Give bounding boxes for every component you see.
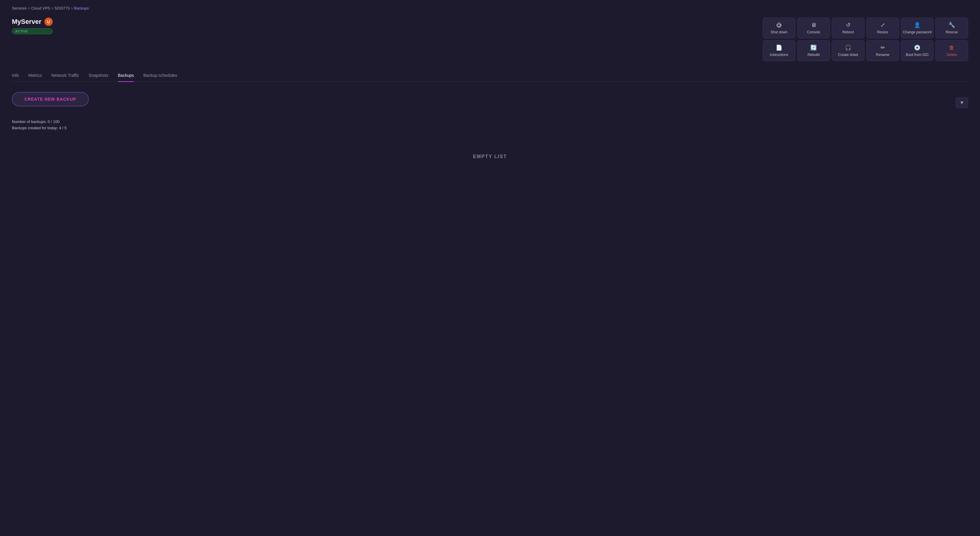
tab-backups[interactable]: Backups bbox=[118, 70, 134, 82]
create-ticket-label: Create ticket bbox=[838, 53, 858, 57]
tab-snapshots[interactable]: Snapshots bbox=[89, 70, 108, 82]
tab-metrics[interactable]: Metrics bbox=[28, 70, 42, 82]
create-ticket-icon: 🎧 bbox=[845, 45, 851, 51]
instructions-label: Instructions bbox=[770, 53, 788, 57]
rename-button[interactable]: ✏ Rename bbox=[866, 40, 899, 61]
backups-count: Number of backups: 0 / 100 bbox=[12, 119, 968, 124]
create-ticket-button[interactable]: 🎧 Create ticket bbox=[832, 40, 864, 61]
top-section: MyServer U ACTIVE ⏻ Shut down 🖥 Console … bbox=[12, 17, 968, 61]
resize-label: Resize bbox=[877, 30, 888, 34]
server-name: MyServer bbox=[12, 18, 41, 25]
rename-icon: ✏ bbox=[881, 45, 885, 51]
server-info: MyServer U ACTIVE bbox=[12, 17, 53, 34]
rebuild-button[interactable]: 🔄 Rebuild bbox=[797, 40, 830, 61]
boot-from-iso-button[interactable]: 💿 Boot from ISO bbox=[901, 40, 934, 61]
console-button[interactable]: 🖥 Console bbox=[797, 17, 830, 38]
stats: Number of backups: 0 / 100 Backups creat… bbox=[12, 119, 968, 130]
delete-button[interactable]: 🗑 Delete bbox=[935, 40, 968, 61]
instructions-icon: 📄 bbox=[776, 45, 782, 51]
tab-network-traffic[interactable]: Network Traffic bbox=[51, 70, 79, 82]
boot-from-iso-icon: 💿 bbox=[914, 45, 920, 51]
rescue-label: Rescue bbox=[946, 30, 958, 34]
breadcrumb-cloud-vps[interactable]: Cloud VPS bbox=[31, 6, 50, 10]
instructions-button[interactable]: 📄 Instructions bbox=[763, 40, 795, 61]
rebuild-label: Rebuild bbox=[808, 53, 820, 57]
console-icon: 🖥 bbox=[811, 22, 816, 28]
tab-info[interactable]: Info bbox=[12, 70, 19, 82]
resize-button[interactable]: ⤢ Resize bbox=[866, 17, 899, 38]
breadcrumb-services[interactable]: Services bbox=[12, 6, 27, 10]
tabs: Info Metrics Network Traffic Snapshots B… bbox=[12, 70, 968, 82]
change-password-label: Change password bbox=[903, 30, 932, 34]
filter-icon: ▼ bbox=[959, 100, 964, 105]
delete-icon: 🗑 bbox=[949, 45, 955, 51]
breadcrumb-current: Backups bbox=[74, 6, 89, 10]
content-area: CREATE NEW BACKUP ▼ Number of backups: 0… bbox=[12, 89, 968, 162]
ubuntu-icon: U bbox=[45, 17, 53, 26]
tab-backup-schedules[interactable]: Backup schedules bbox=[143, 70, 177, 82]
action-buttons: ⏻ Shut down 🖥 Console ↺ Reboot ⤢ Resize … bbox=[763, 17, 968, 61]
change-password-button[interactable]: 👤 Change password bbox=[901, 17, 934, 38]
reboot-label: Reboot bbox=[842, 30, 854, 34]
breadcrumb-server-id[interactable]: 5203773 bbox=[54, 6, 70, 10]
empty-list-label: EMPTY LIST bbox=[12, 154, 968, 159]
change-password-icon: 👤 bbox=[914, 22, 920, 28]
top-row: CREATE NEW BACKUP ▼ bbox=[12, 92, 968, 113]
server-name-row: MyServer U bbox=[12, 17, 53, 26]
shut-down-button[interactable]: ⏻ Shut down bbox=[763, 17, 795, 38]
backups-today: Backups created for today: 4 / 5 bbox=[12, 126, 968, 130]
create-new-backup-button[interactable]: CREATE NEW BACKUP bbox=[12, 92, 89, 106]
boot-from-iso-label: Boot from ISO bbox=[906, 53, 929, 57]
rescue-icon: 🔧 bbox=[948, 22, 955, 28]
breadcrumb: Services > Cloud VPS > 5203773 > Backups bbox=[12, 6, 968, 10]
delete-label: Delete bbox=[947, 53, 957, 57]
console-label: Console bbox=[807, 30, 820, 34]
rename-label: Rename bbox=[876, 53, 889, 57]
page: Services > Cloud VPS > 5203773 > Backups… bbox=[0, 0, 980, 168]
rebuild-icon: 🔄 bbox=[810, 45, 817, 51]
reboot-button[interactable]: ↺ Reboot bbox=[832, 17, 864, 38]
resize-icon: ⤢ bbox=[881, 22, 885, 28]
filter-button[interactable]: ▼ bbox=[956, 97, 968, 108]
shut-down-label: Shut down bbox=[771, 30, 788, 34]
status-badge: ACTIVE bbox=[12, 28, 53, 34]
rescue-button[interactable]: 🔧 Rescue bbox=[935, 17, 968, 38]
reboot-icon: ↺ bbox=[846, 22, 851, 28]
shutdown-icon: ⏻ bbox=[776, 22, 782, 28]
